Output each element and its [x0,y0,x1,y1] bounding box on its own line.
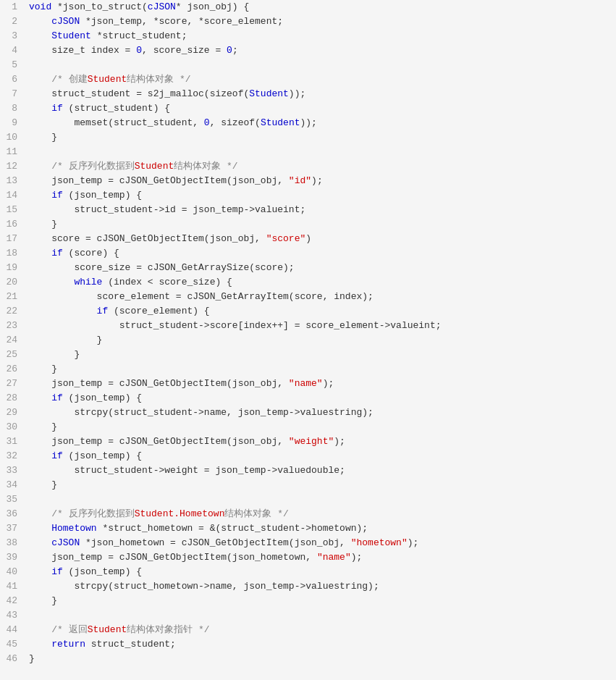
token-var: *struct_student; [91,30,187,41]
line-content: } [29,130,616,145]
line-content [29,608,616,623]
token-var: , score_size = [142,45,227,56]
token-var [29,624,51,635]
line-number: 30 [0,420,29,435]
token-var: json_temp = cJSON_GetObjectItem(json_obj… [29,436,289,447]
token-var: ); [311,175,323,186]
line-number: 43 [0,608,29,623]
token-var: *json_to_struct( [51,1,148,12]
code-line: 2 cJSON *json_temp, *score, *score_eleme… [0,14,616,29]
code-line: 8 if (struct_student) { [0,101,616,116]
token-str: "hometown" [351,537,408,548]
token-var: (struct_student) { [63,103,170,114]
token-var [29,161,51,172]
line-number: 10 [0,130,29,145]
line-number: 22 [0,304,29,319]
code-line: 13 json_temp = cJSON_GetObjectItem(json_… [0,174,616,188]
line-number: 27 [0,377,29,391]
token-var: ; [232,45,238,56]
code-line: 4 size_t index = 0, score_size = 0; [0,43,616,58]
token-str: "score" [266,233,306,244]
line-content: /* 反序列化数据到Student.Hometown结构体对象 */ [29,507,616,521]
token-var: )); [289,88,305,99]
line-number: 31 [0,435,29,449]
token-var: score_element = cJSON_GetArrayItem(score… [29,291,374,302]
token-var: } [29,132,57,143]
code-line: 41 strcpy(struct_hometown->name, json_te… [0,579,616,594]
line-number: 17 [0,232,29,246]
line-number: 20 [0,275,29,290]
code-line: 29 strcpy(struct_student->name, json_tem… [0,406,616,420]
line-number: 14 [0,188,29,203]
token-cmt: /* [51,74,68,85]
code-line: 15 struct_student->id = json_temp->value… [0,203,616,217]
line-content: } [29,478,616,492]
line-content: struct_student->id = json_temp->valueint… [29,203,616,217]
token-kw: void [29,1,51,12]
token-kw: if [29,566,63,577]
token-cmt-cn: Student [88,624,127,635]
line-content: strcpy(struct_hometown->name, json_temp-… [29,579,616,594]
token-cmt-cn: Student [88,74,127,85]
token-str: "id" [289,175,311,186]
line-content: } [29,420,616,435]
code-line: 37 Hometown *struct_hometown = &(struct_… [0,521,616,536]
code-line: 10 } [0,130,616,145]
line-content: } [29,652,616,666]
line-number: 32 [0,449,29,463]
line-number: 28 [0,391,29,406]
token-cmt: 结构体对象 */ [127,74,190,85]
code-line: 5 [0,58,616,72]
line-content: Hometown *struct_hometown = &(struct_stu… [29,521,616,536]
line-content: json_temp = cJSON_GetObjectItem(json_obj… [29,377,616,391]
code-line: 44 /* 返回Student结构体对象指针 */ [0,623,616,637]
line-number: 4 [0,43,29,58]
code-line: 39 json_temp = cJSON_GetObjectItem(json_… [0,550,616,565]
line-content: /* 反序列化数据到Student结构体对象 */ [29,159,616,174]
line-number: 38 [0,536,29,550]
line-number: 15 [0,203,29,217]
line-number: 45 [0,637,29,652]
token-cmt-cn: Student.Hometown [135,508,225,519]
token-var: (json_temp) { [63,566,142,577]
token-cmt: 创建 [69,74,88,85]
code-line: 34 } [0,478,616,492]
line-content: struct_student = s2j_malloc(sizeof(Stude… [29,87,616,101]
line-number: 16 [0,217,29,232]
line-number: 5 [0,58,29,72]
token-var: ); [334,436,345,447]
line-number: 44 [0,623,29,637]
token-cmt: /* [51,508,68,519]
line-content: if (score) { [29,246,616,261]
line-number: 34 [0,478,29,492]
token-cmt: 反序列化数据到 [69,161,135,172]
line-number: 1 [0,0,29,14]
line-number: 39 [0,550,29,565]
token-var: , sizeof( [210,117,261,128]
line-content: if (json_temp) { [29,188,616,203]
line-content: cJSON *json_temp, *score, *score_element… [29,14,616,29]
line-content: while (index < score_size) { [29,275,616,290]
line-content: void *json_to_struct(cJSON* json_obj) { [29,0,616,14]
token-var [29,523,51,534]
token-var: (index < score_size) { [102,277,232,287]
token-str: "name" [289,378,323,389]
token-var [29,30,51,41]
code-line: 6 /* 创建Student结构体对象 */ [0,72,616,87]
line-content: } [29,217,616,232]
code-line: 1void *json_to_struct(cJSON* json_obj) { [0,0,616,14]
token-var: } [29,349,80,360]
token-cmt: 结构体对象 */ [174,161,237,172]
token-var [29,74,51,85]
token-kw: if [29,306,108,316]
line-number: 23 [0,319,29,333]
token-var: } [29,595,57,606]
code-line: 38 cJSON *json_hometown = cJSON_GetObjec… [0,536,616,550]
code-line: 9 memset(struct_student, 0, sizeof(Stude… [0,116,616,130]
token-var: } [29,653,35,664]
line-content: if (json_temp) { [29,565,616,579]
line-number: 7 [0,87,29,101]
line-number: 33 [0,463,29,478]
line-content: if (struct_student) { [29,101,616,116]
code-line: 19 score_size = cJSON_GetArraySize(score… [0,261,616,275]
